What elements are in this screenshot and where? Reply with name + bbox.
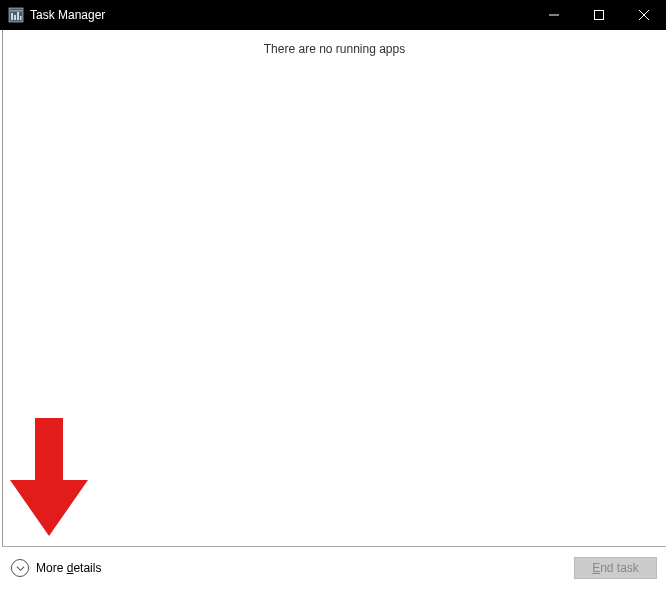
svg-rect-5: [20, 16, 22, 20]
window-title: Task Manager: [30, 8, 531, 22]
svg-rect-7: [594, 11, 603, 20]
titlebar: Task Manager: [0, 0, 666, 30]
empty-apps-message: There are no running apps: [3, 30, 666, 56]
window-controls: [531, 0, 666, 30]
svg-rect-1: [10, 10, 22, 12]
svg-rect-3: [14, 15, 16, 20]
minimize-button[interactable]: [531, 0, 576, 30]
task-manager-icon: [8, 7, 24, 23]
footer: More details End task: [2, 546, 666, 589]
more-details-label: More details: [36, 561, 101, 575]
content-area: There are no running apps: [2, 30, 666, 546]
close-button[interactable]: [621, 0, 666, 30]
svg-rect-4: [17, 12, 19, 20]
more-details-button[interactable]: More details: [11, 559, 101, 577]
chevron-down-circle-icon: [11, 559, 29, 577]
end-task-button[interactable]: End task: [574, 557, 657, 579]
svg-rect-2: [11, 13, 13, 20]
maximize-button[interactable]: [576, 0, 621, 30]
